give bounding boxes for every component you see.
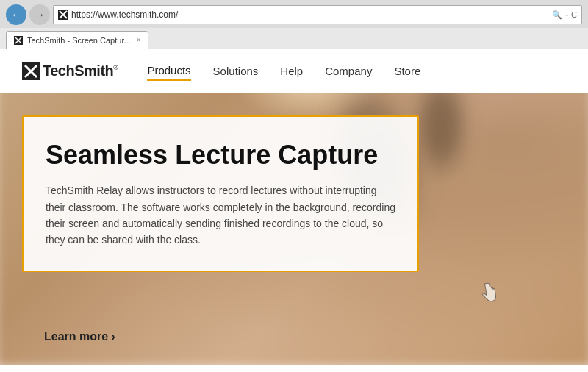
- search-icon: 🔍: [552, 10, 562, 20]
- address-url: https://www.techsmith.com/: [71, 10, 549, 20]
- site-logo[interactable]: TechSmith®: [22, 62, 118, 80]
- logo-text: TechSmith®: [43, 62, 118, 79]
- address-favicon: [58, 10, 68, 20]
- separator: -: [565, 10, 568, 19]
- nav-store[interactable]: Store: [394, 62, 420, 80]
- nav-help[interactable]: Help: [280, 62, 303, 80]
- address-bar[interactable]: https://www.techsmith.com/ 🔍 - C: [53, 5, 582, 24]
- hero-card: Seamless Lecture Capture TechSmith Relay…: [22, 115, 419, 272]
- nav-products[interactable]: Products: [147, 61, 190, 81]
- website-content: TechSmith® Products Solutions Help Compa…: [0, 49, 588, 365]
- site-nav: TechSmith® Products Solutions Help Compa…: [0, 49, 588, 93]
- forward-button[interactable]: →: [29, 4, 50, 25]
- tab-close-button[interactable]: ×: [137, 36, 141, 44]
- nav-company[interactable]: Company: [325, 62, 372, 80]
- back-button[interactable]: ←: [6, 4, 26, 25]
- browser-toolbar: ← → https://www.techsmith.com/ 🔍 - C: [0, 0, 588, 28]
- hero-description: TechSmith Relay allows instructors to re…: [46, 182, 395, 248]
- hero-section: Seamless Lecture Capture TechSmith Relay…: [0, 93, 588, 365]
- hand-cursor-icon: [477, 280, 501, 304]
- forward-icon: →: [35, 9, 45, 21]
- address-icons: 🔍 - C: [552, 10, 577, 20]
- refresh-icon[interactable]: C: [571, 10, 577, 19]
- learn-more-link[interactable]: Learn more ›: [44, 330, 115, 343]
- browser-chrome: ← → https://www.techsmith.com/ 🔍 - C: [0, 0, 588, 49]
- logo-icon: [22, 62, 40, 80]
- cursor-pointer: [477, 280, 501, 308]
- tab-bar: TechSmith - Screen Captur... ×: [0, 28, 588, 49]
- tab-title: TechSmith - Screen Captur...: [27, 36, 131, 45]
- nav-links: Products Solutions Help Company Store: [147, 61, 566, 81]
- active-tab[interactable]: TechSmith - Screen Captur... ×: [6, 31, 148, 49]
- nav-solutions[interactable]: Solutions: [213, 62, 259, 80]
- back-icon: ←: [11, 9, 21, 21]
- hero-title: Seamless Lecture Capture: [46, 139, 395, 171]
- tab-favicon: [14, 36, 23, 45]
